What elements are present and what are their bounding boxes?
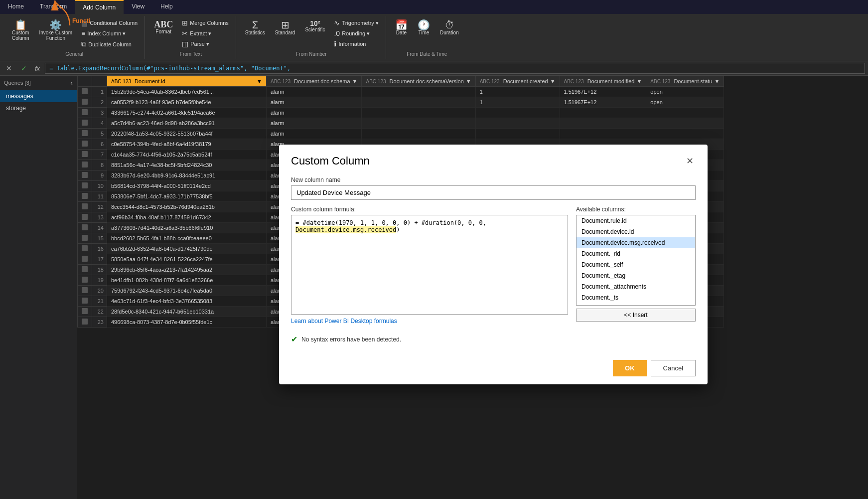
column-list-item[interactable]: Document._etag <box>577 270 695 281</box>
custom-column-dialog: Custom Column ✕ New column name Custom c… <box>279 145 708 384</box>
dialog-close-button[interactable]: ✕ <box>684 154 696 168</box>
new-column-name-label: New column name <box>291 176 696 183</box>
status-text: No syntax errors have been detected. <box>301 336 401 343</box>
dialog-two-column-layout: Custom column formula: = #datetime(1970,… <box>291 206 696 325</box>
insert-button[interactable]: << Insert <box>576 309 696 322</box>
formula-highlight: Document.device.msg.received <box>295 226 396 233</box>
dialog-header: Custom Column ✕ <box>279 145 708 172</box>
column-list-item[interactable]: Document._attachments <box>577 281 695 292</box>
column-list-item[interactable]: Document._self <box>577 259 695 270</box>
available-columns-panel: Available columns: Document.rule.idDocum… <box>576 206 696 325</box>
dialog-title: Custom Column <box>291 155 370 167</box>
formula-learn-link-container: Learn about Power BI Desktop formulas <box>291 318 568 325</box>
column-list-item[interactable]: Document.device.msg.received <box>577 237 695 248</box>
custom-formula-label: Custom column formula: <box>291 206 568 213</box>
status-check-icon: ✔ <box>291 334 297 344</box>
formula-area: Custom column formula: = #datetime(1970,… <box>291 206 568 325</box>
ok-button[interactable]: OK <box>613 360 647 376</box>
new-column-name-input[interactable] <box>291 185 696 200</box>
formula-display[interactable]: = #datetime(1970, 1, 1, 0, 0, 0) + #dura… <box>291 215 568 315</box>
available-columns-label: Available columns: <box>576 206 696 213</box>
columns-list: Document.rule.idDocument.device.idDocume… <box>576 215 696 306</box>
column-list-item[interactable]: Document._ts <box>577 292 695 303</box>
dialog-footer: OK Cancel <box>279 356 708 384</box>
column-list-item[interactable]: Document.device.id <box>577 226 695 237</box>
dialog-body: New column name Custom column formula: =… <box>279 172 708 356</box>
dialog-overlay: Custom Column ✕ New column name Custom c… <box>0 0 868 499</box>
dialog-status: ✔ No syntax errors have been detected. <box>291 331 696 348</box>
column-list-item[interactable]: Document.rule.id <box>577 215 695 226</box>
formula-learn-link[interactable]: Learn about Power BI Desktop formulas <box>291 318 397 325</box>
column-list-item[interactable]: Document._rid <box>577 248 695 259</box>
cancel-button[interactable]: Cancel <box>651 360 696 376</box>
